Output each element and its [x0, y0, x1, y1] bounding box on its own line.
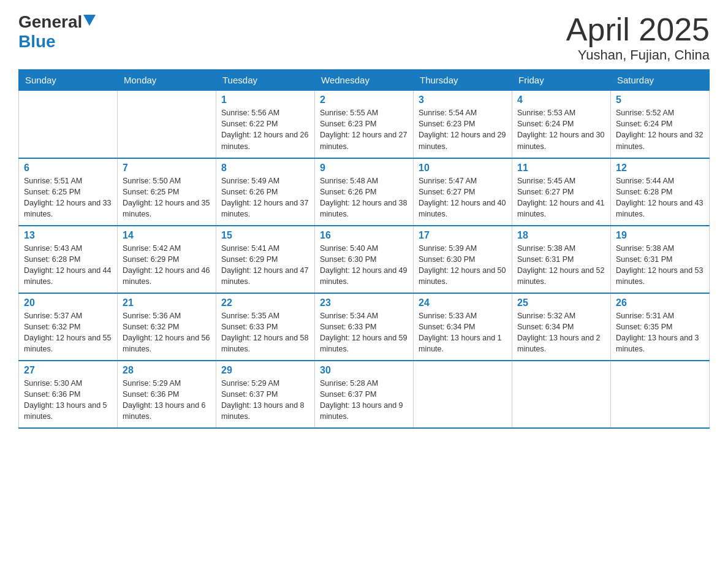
day-number: 9 — [320, 163, 408, 174]
day-number: 8 — [221, 163, 309, 174]
day-number: 10 — [419, 163, 507, 174]
day-info: Sunrise: 5:45 AMSunset: 6:27 PMDaylight:… — [517, 177, 604, 218]
day-number: 30 — [320, 365, 408, 376]
logo: General Blue — [18, 12, 96, 52]
calendar-cell: 8 Sunrise: 5:49 AMSunset: 6:26 PMDayligh… — [216, 158, 315, 226]
day-info: Sunrise: 5:37 AMSunset: 6:32 PMDaylight:… — [24, 312, 111, 353]
calendar-cell: 17 Sunrise: 5:39 AMSunset: 6:30 PMDaylig… — [414, 226, 512, 293]
location-title: Yushan, Fujian, China — [566, 47, 710, 63]
calendar-cell: 30 Sunrise: 5:28 AMSunset: 6:37 PMDaylig… — [315, 361, 414, 428]
day-number: 3 — [419, 94, 507, 105]
day-number: 4 — [517, 94, 605, 105]
calendar-cell: 7 Sunrise: 5:50 AMSunset: 6:25 PMDayligh… — [118, 158, 216, 226]
calendar-cell: 26 Sunrise: 5:31 AMSunset: 6:35 PMDaylig… — [611, 293, 710, 361]
day-number: 28 — [123, 365, 211, 376]
day-number: 25 — [517, 297, 605, 308]
day-info: Sunrise: 5:42 AMSunset: 6:29 PMDaylight:… — [123, 244, 210, 286]
weekday-header-wednesday: Wednesday — [315, 70, 414, 91]
day-info: Sunrise: 5:47 AMSunset: 6:27 PMDaylight:… — [419, 177, 506, 218]
day-number: 6 — [24, 163, 112, 174]
day-info: Sunrise: 5:31 AMSunset: 6:35 PMDaylight:… — [616, 312, 699, 353]
calendar-cell — [512, 361, 611, 428]
day-info: Sunrise: 5:44 AMSunset: 6:28 PMDaylight:… — [616, 177, 703, 218]
calendar-cell: 28 Sunrise: 5:29 AMSunset: 6:36 PMDaylig… — [118, 361, 216, 428]
day-info: Sunrise: 5:50 AMSunset: 6:25 PMDaylight:… — [123, 177, 210, 218]
weekday-header-row: SundayMondayTuesdayWednesdayThursdayFrid… — [19, 70, 710, 91]
calendar-cell: 29 Sunrise: 5:29 AMSunset: 6:37 PMDaylig… — [216, 361, 315, 428]
day-info: Sunrise: 5:48 AMSunset: 6:26 PMDaylight:… — [320, 177, 407, 218]
day-number: 29 — [221, 365, 309, 376]
calendar-cell: 5 Sunrise: 5:52 AMSunset: 6:24 PMDayligh… — [611, 91, 710, 158]
calendar-cell: 2 Sunrise: 5:55 AMSunset: 6:23 PMDayligh… — [315, 91, 414, 158]
day-number: 15 — [221, 230, 309, 241]
calendar-cell — [414, 361, 512, 428]
calendar-cell: 6 Sunrise: 5:51 AMSunset: 6:25 PMDayligh… — [19, 158, 118, 226]
calendar-cell: 22 Sunrise: 5:35 AMSunset: 6:33 PMDaylig… — [216, 293, 315, 361]
calendar-cell: 13 Sunrise: 5:43 AMSunset: 6:28 PMDaylig… — [19, 226, 118, 293]
day-info: Sunrise: 5:30 AMSunset: 6:36 PMDaylight:… — [24, 379, 107, 421]
day-number: 7 — [123, 163, 211, 174]
calendar-cell: 1 Sunrise: 5:56 AMSunset: 6:22 PMDayligh… — [216, 91, 315, 158]
day-info: Sunrise: 5:51 AMSunset: 6:25 PMDaylight:… — [24, 177, 111, 218]
calendar-cell: 21 Sunrise: 5:36 AMSunset: 6:32 PMDaylig… — [118, 293, 216, 361]
weekday-header-tuesday: Tuesday — [216, 70, 315, 91]
weekday-header-thursday: Thursday — [414, 70, 512, 91]
day-number: 16 — [320, 230, 408, 241]
day-info: Sunrise: 5:41 AMSunset: 6:29 PMDaylight:… — [221, 244, 308, 286]
calendar-cell: 4 Sunrise: 5:53 AMSunset: 6:24 PMDayligh… — [512, 91, 611, 158]
calendar-header: SundayMondayTuesdayWednesdayThursdayFrid… — [19, 70, 710, 91]
day-number: 5 — [616, 94, 704, 105]
day-number: 14 — [123, 230, 211, 241]
day-info: Sunrise: 5:52 AMSunset: 6:24 PMDaylight:… — [616, 109, 703, 150]
calendar-cell — [118, 91, 216, 158]
day-info: Sunrise: 5:53 AMSunset: 6:24 PMDaylight:… — [517, 109, 604, 150]
calendar-table: SundayMondayTuesdayWednesdayThursdayFrid… — [18, 69, 710, 429]
weekday-header-friday: Friday — [512, 70, 611, 91]
weekday-header-sunday: Sunday — [19, 70, 118, 91]
day-info: Sunrise: 5:43 AMSunset: 6:28 PMDaylight:… — [24, 244, 111, 286]
day-number: 27 — [24, 365, 112, 376]
logo-blue-text: Blue — [18, 32, 56, 52]
calendar-cell: 27 Sunrise: 5:30 AMSunset: 6:36 PMDaylig… — [19, 361, 118, 428]
day-info: Sunrise: 5:38 AMSunset: 6:31 PMDaylight:… — [616, 244, 703, 286]
day-info: Sunrise: 5:34 AMSunset: 6:33 PMDaylight:… — [320, 312, 407, 353]
day-info: Sunrise: 5:32 AMSunset: 6:34 PMDaylight:… — [517, 312, 601, 353]
day-info: Sunrise: 5:29 AMSunset: 6:36 PMDaylight:… — [123, 379, 206, 421]
day-info: Sunrise: 5:40 AMSunset: 6:30 PMDaylight:… — [320, 244, 407, 286]
calendar-cell: 14 Sunrise: 5:42 AMSunset: 6:29 PMDaylig… — [118, 226, 216, 293]
calendar-cell: 9 Sunrise: 5:48 AMSunset: 6:26 PMDayligh… — [315, 158, 414, 226]
calendar-cell: 20 Sunrise: 5:37 AMSunset: 6:32 PMDaylig… — [19, 293, 118, 361]
month-title: April 2025 — [566, 12, 710, 47]
calendar-week-row: 20 Sunrise: 5:37 AMSunset: 6:32 PMDaylig… — [19, 293, 710, 361]
day-info: Sunrise: 5:36 AMSunset: 6:32 PMDaylight:… — [123, 312, 210, 353]
day-number: 17 — [419, 230, 507, 241]
day-number: 1 — [221, 94, 309, 105]
calendar-cell: 18 Sunrise: 5:38 AMSunset: 6:31 PMDaylig… — [512, 226, 611, 293]
day-number: 20 — [24, 297, 112, 308]
day-number: 24 — [419, 297, 507, 308]
calendar-cell — [19, 91, 118, 158]
day-number: 11 — [517, 163, 605, 174]
calendar-cell: 12 Sunrise: 5:44 AMSunset: 6:28 PMDaylig… — [611, 158, 710, 226]
title-block: April 2025 Yushan, Fujian, China — [566, 12, 710, 63]
calendar-cell: 23 Sunrise: 5:34 AMSunset: 6:33 PMDaylig… — [315, 293, 414, 361]
day-info: Sunrise: 5:38 AMSunset: 6:31 PMDaylight:… — [517, 244, 604, 286]
day-number: 13 — [24, 230, 112, 241]
calendar-cell: 24 Sunrise: 5:33 AMSunset: 6:34 PMDaylig… — [414, 293, 512, 361]
calendar-week-row: 27 Sunrise: 5:30 AMSunset: 6:36 PMDaylig… — [19, 361, 710, 428]
logo-triangle-icon — [83, 15, 96, 26]
day-info: Sunrise: 5:55 AMSunset: 6:23 PMDaylight:… — [320, 109, 407, 150]
day-info: Sunrise: 5:56 AMSunset: 6:22 PMDaylight:… — [221, 109, 308, 150]
day-info: Sunrise: 5:35 AMSunset: 6:33 PMDaylight:… — [221, 312, 308, 353]
day-info: Sunrise: 5:54 AMSunset: 6:23 PMDaylight:… — [419, 109, 506, 150]
logo-general-text: General — [18, 12, 82, 32]
day-number: 23 — [320, 297, 408, 308]
calendar-cell: 16 Sunrise: 5:40 AMSunset: 6:30 PMDaylig… — [315, 226, 414, 293]
calendar-week-row: 13 Sunrise: 5:43 AMSunset: 6:28 PMDaylig… — [19, 226, 710, 293]
calendar-body: 1 Sunrise: 5:56 AMSunset: 6:22 PMDayligh… — [19, 91, 710, 428]
calendar-cell: 11 Sunrise: 5:45 AMSunset: 6:27 PMDaylig… — [512, 158, 611, 226]
day-number: 12 — [616, 163, 704, 174]
calendar-week-row: 6 Sunrise: 5:51 AMSunset: 6:25 PMDayligh… — [19, 158, 710, 226]
calendar-cell: 19 Sunrise: 5:38 AMSunset: 6:31 PMDaylig… — [611, 226, 710, 293]
calendar-week-row: 1 Sunrise: 5:56 AMSunset: 6:22 PMDayligh… — [19, 91, 710, 158]
